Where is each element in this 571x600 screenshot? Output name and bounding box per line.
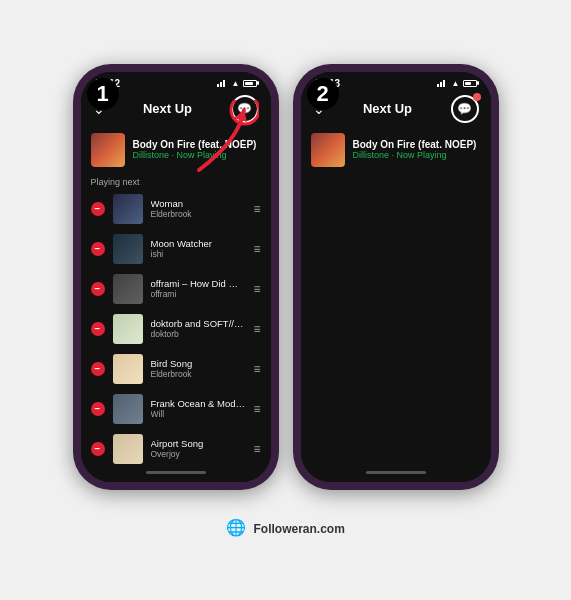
menu-icon[interactable]: ≡: [253, 242, 260, 256]
track-art: [113, 354, 143, 384]
remove-button[interactable]: −: [91, 202, 105, 216]
chat-icon-1: 💬: [237, 102, 252, 116]
now-playing-artist-2: Dillistone · Now Playing: [353, 150, 481, 160]
remove-button[interactable]: −: [91, 402, 105, 416]
remove-button[interactable]: −: [91, 242, 105, 256]
menu-icon[interactable]: ≡: [253, 442, 260, 456]
track-art: [113, 274, 143, 304]
remove-button[interactable]: −: [91, 322, 105, 336]
home-indicator-1: [81, 464, 271, 482]
list-item: − Woman Elderbrook ≡: [81, 189, 271, 229]
track-info: Woman Elderbrook: [151, 198, 246, 219]
status-icons-2: ▲: [437, 79, 477, 88]
now-playing-info-2: Body On Fire (feat. NOÉP) Dillistone · N…: [353, 139, 481, 160]
header-title-2: Next Up: [363, 101, 412, 116]
menu-icon[interactable]: ≡: [253, 402, 260, 416]
wifi-icon-2: ▲: [452, 79, 460, 88]
badge-1: 1: [87, 78, 119, 110]
now-playing-2: Body On Fire (feat. NOÉP) Dillistone · N…: [301, 127, 491, 173]
main-container: 1 12:12 ▲: [73, 64, 499, 490]
now-playing-title-2: Body On Fire (feat. NOÉP): [353, 139, 481, 150]
status-icons-1: ▲: [217, 79, 257, 88]
chat-button-wrapper-1: 💬: [231, 95, 259, 123]
phone-2-screen: 12:13 ▲ ⌄ Next Up: [301, 72, 491, 482]
remove-button[interactable]: −: [91, 442, 105, 456]
remove-button[interactable]: −: [91, 362, 105, 376]
battery-icon: [243, 80, 257, 87]
chat-button-wrapper-2: 💬: [451, 95, 479, 123]
playing-next-label: Playing next: [81, 173, 271, 189]
track-art: [113, 434, 143, 464]
globe-icon: 🌐: [226, 519, 246, 536]
track-info: offrami – How Did We Get... offrami: [151, 278, 246, 299]
track-info: Airport Song Overjoy: [151, 438, 246, 459]
list-item: − Moon Watcher ishi ≡: [81, 229, 271, 269]
track-info: Bird Song Elderbrook: [151, 358, 246, 379]
footer: 🌐 Followeran.com: [226, 518, 345, 537]
track-art: [113, 194, 143, 224]
menu-icon[interactable]: ≡: [253, 282, 260, 296]
menu-icon[interactable]: ≡: [253, 202, 260, 216]
now-playing-artist-1: Dillistone · Now Playing: [133, 150, 261, 160]
phone-1: 1 12:12 ▲: [73, 64, 279, 490]
list-item: − Airport Song Overjoy ≡: [81, 429, 271, 464]
track-info: doktorb and SOFT//:SOUN... doktorb: [151, 318, 246, 339]
track-list-1: − Woman Elderbrook ≡ − Moon Watcher ishi: [81, 189, 271, 464]
now-playing-info-1: Body On Fire (feat. NOÉP) Dillistone · N…: [133, 139, 261, 160]
phone-2: 2 12:13 ▲: [293, 64, 499, 490]
track-art: [113, 314, 143, 344]
home-indicator-2: [301, 464, 491, 482]
now-playing-art-2: [311, 133, 345, 167]
footer-text: Followeran.com: [253, 522, 344, 536]
wifi-icon: ▲: [232, 79, 240, 88]
now-playing-title-1: Body On Fire (feat. NOÉP): [133, 139, 261, 150]
list-item: − offrami – How Did We Get... offrami ≡: [81, 269, 271, 309]
chat-icon-2: 💬: [457, 102, 472, 116]
menu-icon[interactable]: ≡: [253, 322, 260, 336]
now-playing-art-1: [91, 133, 125, 167]
chat-button-1[interactable]: 💬: [231, 95, 259, 123]
battery-icon-2: [463, 80, 477, 87]
empty-track-area: [301, 173, 491, 464]
list-item: − doktorb and SOFT//:SOUN... doktorb ≡: [81, 309, 271, 349]
track-info: Frank Ocean & Moderat - C... Will: [151, 398, 246, 419]
menu-icon[interactable]: ≡: [253, 362, 260, 376]
list-item: − Bird Song Elderbrook ≡: [81, 349, 271, 389]
remove-button[interactable]: −: [91, 282, 105, 296]
track-art: [113, 394, 143, 424]
signal-icon-2: [437, 79, 449, 87]
header-title-1: Next Up: [143, 101, 192, 116]
notification-dot: [473, 93, 481, 101]
badge-2: 2: [307, 78, 339, 110]
list-item: − Frank Ocean & Moderat - C... Will ≡: [81, 389, 271, 429]
now-playing-1: Body On Fire (feat. NOÉP) Dillistone · N…: [81, 127, 271, 173]
phone-1-screen: 12:12 ▲ ⌄ Next Up: [81, 72, 271, 482]
signal-icon: [217, 79, 229, 87]
track-info: Moon Watcher ishi: [151, 238, 246, 259]
track-art: [113, 234, 143, 264]
